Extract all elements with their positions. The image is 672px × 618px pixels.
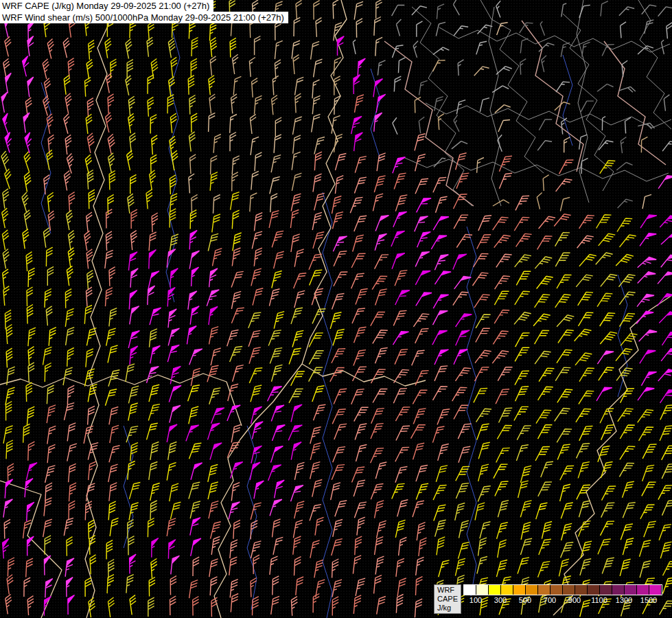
legend-tick: 500: [519, 596, 531, 605]
legend-color-cell: [612, 585, 625, 595]
legend-color-cell: [513, 585, 526, 595]
legend-color-cell: [526, 585, 538, 595]
legend-label-wrf: WRF: [437, 586, 458, 595]
legend-tick: 1100: [591, 596, 607, 605]
legend-color-cell: [637, 585, 649, 595]
legend-color-cell: [501, 585, 513, 595]
stipple-texture: [0, 0, 672, 618]
legend-color-cell: [538, 585, 551, 595]
legend-color-cell: [489, 585, 501, 595]
legend-color-cell: [600, 585, 612, 595]
legend-tick: 100: [470, 596, 482, 605]
title-line-shear: WRF Wind shear (m/s) 500/1000hPa Monday …: [0, 12, 288, 23]
legend-tick: 1300: [616, 596, 632, 605]
title-line-cape: WRF CAPE (J/kg) Monday 29-09-2025 21:00 …: [0, 0, 213, 12]
legend-tick: 700: [544, 596, 556, 605]
legend-label-box: WRF CAPE J/kg: [434, 584, 461, 614]
legend-label-cape: CAPE: [437, 595, 458, 604]
legend-colorbar: [463, 584, 662, 595]
legend-color-cell: [625, 585, 637, 595]
legend: WRF CAPE J/kg 10030050070090011001300150…: [434, 584, 662, 614]
legend-color-cell: [588, 585, 600, 595]
weather-map-root: WRF CAPE (J/kg) Monday 29-09-2025 21:00 …: [0, 0, 672, 618]
legend-color-cell: [649, 585, 661, 595]
legend-color-cell: [575, 585, 588, 595]
legend-tick: 300: [494, 596, 507, 605]
map-canvas: [0, 0, 672, 618]
legend-tick: 1500: [640, 596, 657, 605]
legend-label-units: J/kg: [437, 604, 458, 613]
legend-color-cell: [464, 585, 476, 595]
legend-color-cell: [563, 585, 575, 595]
legend-color-cell: [476, 585, 489, 595]
legend-color-cell: [551, 585, 563, 595]
legend-tick: 900: [568, 596, 581, 605]
legend-scale: 100300500700900110013001500: [463, 584, 662, 606]
legend-tick-labels: 100300500700900110013001500: [463, 596, 662, 606]
